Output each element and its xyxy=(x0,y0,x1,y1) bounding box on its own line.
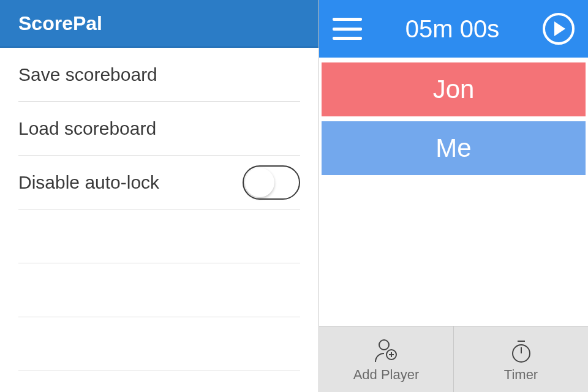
add-player-label: Add Player xyxy=(353,367,420,383)
menu-header: ScorePal xyxy=(0,0,318,48)
scoreboard-pane: 05m 00s Jon Me Add Play xyxy=(318,0,588,392)
app-title: ScorePal xyxy=(18,12,102,35)
bottom-bar: Add Player Timer xyxy=(319,326,588,392)
auto-lock-toggle[interactable] xyxy=(243,165,300,200)
menu-item-label: Load scoreboard xyxy=(18,118,156,139)
menu-item-save-scoreboard[interactable]: Save scoreboard xyxy=(18,48,300,102)
timer-display: 05m 00s xyxy=(405,15,499,43)
menu-drawer: ScorePal Save scoreboard Load scoreboard… xyxy=(0,0,318,392)
scoreboard-header: 05m 00s xyxy=(319,0,588,58)
play-icon xyxy=(554,21,565,36)
timer-icon xyxy=(507,336,536,366)
menu-item-empty xyxy=(18,317,300,371)
timer-button[interactable]: Timer xyxy=(453,326,588,392)
player-name: Me xyxy=(435,134,471,163)
svg-point-0 xyxy=(379,340,389,350)
player-name: Jon xyxy=(433,75,475,104)
menu-item-label: Disable auto-lock xyxy=(18,172,159,193)
menu-item-empty xyxy=(18,263,300,317)
menu-item-label: Save scoreboard xyxy=(18,64,157,85)
menu-item-load-scoreboard[interactable]: Load scoreboard xyxy=(18,102,300,156)
toggle-knob xyxy=(245,168,274,197)
player-row[interactable]: Me xyxy=(322,121,586,175)
menu-list: Save scoreboard Load scoreboard Disable … xyxy=(0,48,318,371)
hamburger-icon[interactable] xyxy=(333,18,362,40)
timer-label: Timer xyxy=(504,367,538,383)
add-player-icon xyxy=(372,336,401,366)
play-button[interactable] xyxy=(543,13,575,45)
players-list: Jon Me xyxy=(319,58,588,326)
player-row[interactable]: Jon xyxy=(322,62,586,116)
menu-item-empty xyxy=(18,209,300,263)
add-player-button[interactable]: Add Player xyxy=(319,326,453,392)
menu-item-disable-auto-lock[interactable]: Disable auto-lock xyxy=(18,156,300,209)
